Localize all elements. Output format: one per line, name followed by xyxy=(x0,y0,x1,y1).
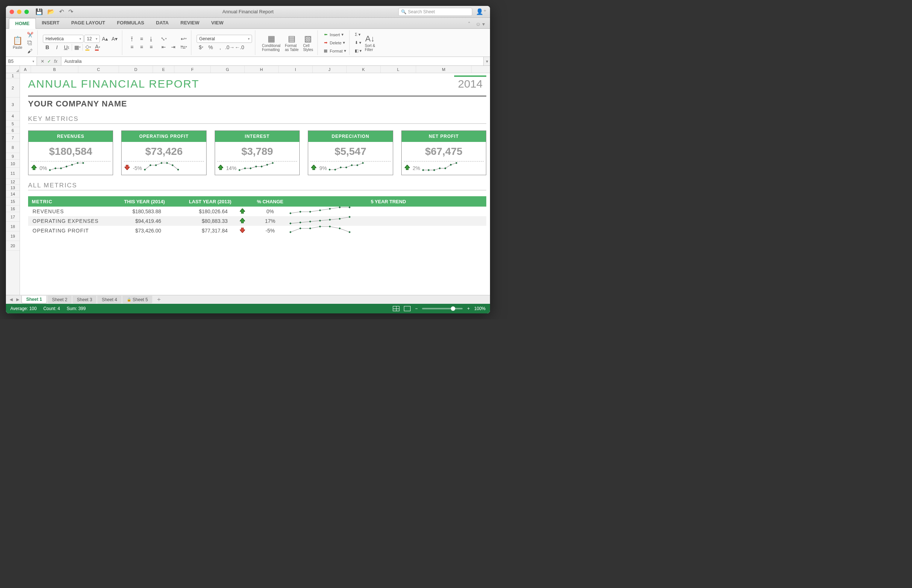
fx-icon[interactable]: fx xyxy=(54,59,57,64)
open-icon[interactable]: 📂 xyxy=(47,8,55,15)
row-header-10[interactable]: 10 xyxy=(6,160,19,168)
increase-font-icon[interactable]: A▴ xyxy=(100,35,110,42)
italic-button[interactable]: I xyxy=(52,44,61,51)
autosum-button[interactable]: Σ ▾ xyxy=(355,31,362,39)
underline-button[interactable]: U xyxy=(62,44,71,51)
search-sheet-input[interactable]: 🔍 Search Sheet xyxy=(398,8,472,16)
col-header-F[interactable]: F xyxy=(174,66,211,73)
comma-icon[interactable]: , xyxy=(216,44,225,51)
ribbon-collapse-icon[interactable]: ˄ xyxy=(468,21,470,27)
ribbon-tab-formulas[interactable]: FORMULAS xyxy=(111,18,150,29)
add-sheet-button[interactable]: ＋ xyxy=(153,296,165,304)
sheet-tab-3[interactable]: Sheet 3 xyxy=(73,296,97,304)
cells-viewport[interactable]: ANNUAL FINANCIAL REPORT 2014 YOUR COMPAN… xyxy=(20,73,490,295)
prev-sheet-button[interactable]: ◀ xyxy=(8,297,14,302)
ribbon-tab-page-layout[interactable]: PAGE LAYOUT xyxy=(65,18,111,29)
orientation-icon[interactable]: ⤡ xyxy=(159,35,168,42)
row-header-8[interactable]: 8 xyxy=(6,142,19,153)
font-size-select[interactable]: 12 xyxy=(84,35,100,43)
align-left-icon[interactable]: ≡ xyxy=(128,43,136,51)
fill-button[interactable]: ⬇ ▾ xyxy=(355,39,362,47)
zoom-slider[interactable] xyxy=(422,308,463,309)
increase-decimal-icon[interactable]: .0→ xyxy=(225,44,234,51)
conditional-formatting-button[interactable]: ▦ ConditionalFormatting xyxy=(260,33,282,52)
merge-button[interactable]: ⭾ xyxy=(179,43,188,51)
paste-button[interactable]: 📋 Paste xyxy=(11,35,24,50)
col-header-E[interactable]: E xyxy=(153,66,174,73)
sheet-tab-1[interactable]: Sheet 1 xyxy=(21,296,47,304)
increase-indent-icon[interactable]: ⇥ xyxy=(169,43,178,51)
row-header-2[interactable]: 2 xyxy=(6,78,19,98)
align-middle-icon[interactable]: ≡ xyxy=(137,35,146,42)
col-header-A[interactable]: A xyxy=(20,66,31,73)
copy-icon[interactable]: ⿻ xyxy=(26,39,34,47)
wrap-text-button[interactable]: ↩ xyxy=(179,35,188,42)
row-header-20[interactable]: 20 xyxy=(6,241,19,250)
align-center-icon[interactable]: ≡ xyxy=(137,43,146,51)
currency-icon[interactable]: $ xyxy=(197,44,205,51)
normal-view-icon[interactable] xyxy=(393,306,399,311)
row-header-16[interactable]: 16 xyxy=(6,205,19,212)
row-header-3[interactable]: 3 xyxy=(6,98,19,111)
redo-icon[interactable]: ↷ xyxy=(68,8,73,15)
row-header-5[interactable]: 5 xyxy=(6,121,19,127)
cell-styles-button[interactable]: ▧ CellStyles xyxy=(302,33,315,52)
col-header-D[interactable]: D xyxy=(119,66,153,73)
borders-button[interactable]: ▦ xyxy=(73,44,82,51)
col-header-B[interactable]: B xyxy=(31,66,78,73)
formula-expand-icon[interactable]: ▾ xyxy=(483,57,490,65)
row-header-7[interactable]: 7 xyxy=(6,134,19,142)
row-header-1[interactable]: 1 xyxy=(6,73,19,78)
clear-button[interactable]: ◧ ▾ xyxy=(355,47,362,55)
minimize-window-button[interactable] xyxy=(17,10,21,14)
sheet-tab-5[interactable]: 🔒Sheet 5 xyxy=(122,296,152,304)
col-header-L[interactable]: L xyxy=(381,66,416,73)
next-sheet-button[interactable]: ▶ xyxy=(15,297,21,302)
ribbon-tab-review[interactable]: REVIEW xyxy=(174,18,205,29)
cancel-formula-icon[interactable]: ✕ xyxy=(40,59,44,64)
ribbon-tab-home[interactable]: HOME xyxy=(9,18,36,29)
page-layout-view-icon[interactable] xyxy=(404,306,410,311)
name-box[interactable]: B5 xyxy=(6,57,37,65)
zoom-out-button[interactable]: − xyxy=(415,306,418,311)
col-header-K[interactable]: K xyxy=(347,66,381,73)
align-top-icon[interactable]: ⭱ xyxy=(128,35,136,42)
select-all-corner[interactable] xyxy=(6,66,20,73)
share-button[interactable]: 👤⁺ xyxy=(476,8,486,15)
decrease-font-icon[interactable]: A▾ xyxy=(110,35,119,42)
ribbon-tab-data[interactable]: DATA xyxy=(150,18,174,29)
row-header-12[interactable]: 12 xyxy=(6,179,19,185)
sheet-tab-4[interactable]: Sheet 4 xyxy=(97,296,121,304)
align-bottom-icon[interactable]: ⭳ xyxy=(147,35,156,42)
sheet-tab-2[interactable]: Sheet 2 xyxy=(48,296,72,304)
row-header-11[interactable]: 11 xyxy=(6,168,19,179)
formula-input[interactable]: Australia xyxy=(61,57,483,65)
feedback-icon[interactable]: ☺ ▾ xyxy=(476,21,485,27)
row-header-15[interactable]: 15 xyxy=(6,197,19,205)
sort-filter-button[interactable]: A↓ Sort &Filter xyxy=(363,33,376,52)
align-right-icon[interactable]: ≡ xyxy=(147,43,156,51)
format-painter-icon[interactable]: 🖌 xyxy=(26,47,34,55)
cut-icon[interactable]: ✂️ xyxy=(26,31,34,39)
decrease-indent-icon[interactable]: ⇤ xyxy=(159,43,168,51)
format-cells-button[interactable]: ▦Format ▾ xyxy=(323,47,346,55)
decrease-decimal-icon[interactable]: ←.0 xyxy=(235,44,244,51)
maximize-window-button[interactable] xyxy=(24,10,29,14)
undo-icon[interactable]: ↶ xyxy=(59,8,64,15)
row-header-17[interactable]: 17 xyxy=(6,212,19,222)
bold-button[interactable]: B xyxy=(43,44,52,51)
col-header-J[interactable]: J xyxy=(313,66,347,73)
close-window-button[interactable] xyxy=(10,10,14,14)
font-color-button[interactable]: A xyxy=(93,44,102,51)
percent-icon[interactable]: % xyxy=(206,44,215,51)
col-header-M[interactable]: M xyxy=(416,66,471,73)
save-icon[interactable]: 💾 xyxy=(36,8,43,15)
col-header-H[interactable]: H xyxy=(245,66,279,73)
number-format-select[interactable]: General xyxy=(197,35,252,43)
row-header-4[interactable]: 4 xyxy=(6,111,19,121)
row-header-18[interactable]: 18 xyxy=(6,222,19,231)
col-header-I[interactable]: I xyxy=(279,66,313,73)
ribbon-tab-view[interactable]: VIEW xyxy=(205,18,229,29)
row-header-9[interactable]: 9 xyxy=(6,153,19,160)
col-header-C[interactable]: C xyxy=(78,66,119,73)
